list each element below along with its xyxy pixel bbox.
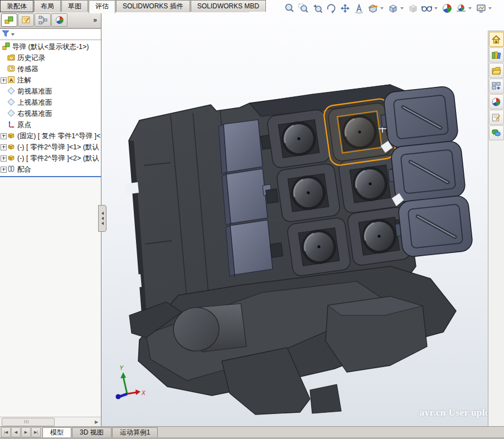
expand-icon[interactable] xyxy=(1,133,7,139)
expand-icon[interactable] xyxy=(1,155,7,162)
tab-evaluate[interactable]: 评估 xyxy=(89,0,115,13)
filter-funnel-icon[interactable] xyxy=(2,30,9,40)
solidworks-window: Y X ayr.cn User upload 装配体 布局 草图 评估 SOLI… xyxy=(0,0,504,439)
tree-item-mates[interactable]: 配合 xyxy=(0,164,101,175)
panel-tabs-overflow[interactable]: » xyxy=(90,16,100,24)
tree-item-origin[interactable]: 原点 xyxy=(0,119,101,130)
bottom-tab-bar: |◀ ◀ ▶ ▶| 模型 3D 视图 运动算例1 xyxy=(0,426,504,439)
feature-manager-tree-tab[interactable] xyxy=(1,13,17,27)
scrollbar-thumb[interactable] xyxy=(2,418,55,426)
command-manager-tabs: 装配体 布局 草图 评估 SOLIDWORKS 插件 SOLIDWORKS MB… xyxy=(0,0,250,12)
view-orientation-caret[interactable] xyxy=(400,7,404,9)
file-explorer-icon[interactable] xyxy=(489,63,504,78)
expand-icon[interactable] xyxy=(1,167,7,173)
part-icon xyxy=(7,143,15,152)
annotations-icon: A xyxy=(7,76,15,85)
view-orientation-icon[interactable] xyxy=(386,1,400,15)
tree-item-sensors[interactable]: 传感器 xyxy=(0,64,101,75)
design-library-icon[interactable] xyxy=(489,47,504,62)
rotate-view-icon[interactable] xyxy=(324,1,338,15)
tab-model[interactable]: 模型 xyxy=(42,427,71,438)
tree-item-right-plane[interactable]: 右视基准面 xyxy=(0,108,101,119)
property-manager-tab[interactable] xyxy=(18,13,34,27)
zoom-to-area-icon[interactable] xyxy=(296,1,310,15)
heads-up-toolbar xyxy=(282,1,494,16)
appearances-icon[interactable] xyxy=(489,94,504,109)
tree-item-part2-instance2[interactable]: (-) [ 零件2^导弹 ]<2> (默认 xyxy=(0,153,101,164)
graphics-area[interactable]: Y X ayr.cn User upload xyxy=(101,0,504,426)
expand-icon[interactable] xyxy=(1,77,7,84)
svg-text:X: X xyxy=(141,390,146,396)
tab-layout[interactable]: 布局 xyxy=(34,0,61,12)
part-icon xyxy=(7,154,15,163)
feature-tree: 导弹 (默认<显示状态-1>) 历史记录 传感器 A 注解 前视基准面 xyxy=(0,40,101,177)
tab-scroll-next-icon[interactable]: ▶ xyxy=(21,427,31,437)
display-manager-tab[interactable] xyxy=(51,13,67,27)
origin-icon xyxy=(7,120,15,130)
tab-scroll-last-icon[interactable]: ▶| xyxy=(31,427,41,437)
panel-empty-area xyxy=(0,177,101,417)
tab-scroll-prev-icon[interactable]: ◀ xyxy=(11,427,21,437)
tab-solidworks-addins[interactable]: SOLIDWORKS 插件 xyxy=(116,0,190,12)
configuration-manager-tab[interactable] xyxy=(35,13,51,27)
tree-item-annotations[interactable]: A 注解 xyxy=(0,75,101,86)
hide-show-items-caret[interactable] xyxy=(434,7,438,9)
pan-icon[interactable] xyxy=(338,1,352,15)
custom-properties-icon[interactable] xyxy=(489,110,504,125)
tree-item-front-plane[interactable]: 前视基准面 xyxy=(0,86,101,97)
tree-item-top-plane[interactable]: 上视基准面 xyxy=(0,97,101,108)
tab-scroll-buttons: |◀ ◀ ▶ ▶| xyxy=(1,427,41,437)
3d-drawing-view-icon[interactable] xyxy=(352,1,366,15)
edit-appearance-icon[interactable] xyxy=(440,1,454,15)
previous-view-icon[interactable] xyxy=(310,1,324,15)
scrollbar-right-arrow-icon[interactable]: ▶ xyxy=(93,418,100,425)
panel-horizontal-scrollbar[interactable]: ▶ xyxy=(0,417,101,426)
tab-assembly[interactable]: 装配体 xyxy=(0,0,33,12)
plane-icon xyxy=(7,87,15,96)
hide-show-items-icon[interactable] xyxy=(420,1,434,15)
sensors-icon xyxy=(7,65,15,74)
section-view-icon[interactable] xyxy=(366,1,380,15)
apply-scene-caret[interactable] xyxy=(468,7,472,9)
panel-tab-bar: » xyxy=(0,12,101,28)
mates-icon xyxy=(7,165,15,174)
task-pane xyxy=(488,31,504,426)
section-view-caret[interactable] xyxy=(380,7,384,9)
apply-scene-icon[interactable] xyxy=(454,1,468,15)
tab-motion-study-1[interactable]: 运动算例1 xyxy=(112,427,158,438)
feature-manager-panel: » 导弹 (默认<显示状态-1>) 历史记录 传感器 xyxy=(0,12,101,426)
expand-icon[interactable] xyxy=(1,144,7,150)
panel-collapse-handle[interactable] xyxy=(98,205,106,232)
filter-dropdown-caret[interactable] xyxy=(11,33,14,36)
view-settings-caret[interactable] xyxy=(488,7,492,9)
assembly-icon xyxy=(2,42,10,52)
reference-triad: Y X xyxy=(116,364,146,399)
plane-icon xyxy=(7,98,15,108)
forum-icon[interactable] xyxy=(489,125,504,140)
tab-scroll-first-icon[interactable]: |◀ xyxy=(1,427,11,437)
model-canvas: Y X xyxy=(101,0,504,426)
zoom-to-fit-icon[interactable] xyxy=(282,1,296,15)
tree-root-assembly[interactable]: 导弹 (默认<显示状态-1>) xyxy=(0,41,101,52)
display-style-icon[interactable] xyxy=(406,1,420,15)
home-icon[interactable] xyxy=(489,32,504,47)
missile-launcher-model[interactable]: Y X xyxy=(116,85,473,414)
tree-filter-row xyxy=(0,28,101,40)
plane-icon xyxy=(7,109,15,119)
svg-text:Y: Y xyxy=(119,364,124,371)
part-icon xyxy=(7,131,15,141)
view-settings-icon[interactable] xyxy=(474,1,488,15)
tab-3d-views[interactable]: 3D 视图 xyxy=(72,427,112,438)
view-palette-icon[interactable] xyxy=(489,79,504,94)
history-folder-icon xyxy=(7,53,15,63)
tab-solidworks-mbd[interactable]: SOLIDWORKS MBD xyxy=(191,0,266,12)
tree-item-part1-fixed[interactable]: (固定) [ 复件 零件1^导弹 ]< xyxy=(0,130,101,142)
tab-sketch[interactable]: 草图 xyxy=(61,0,88,12)
tree-item-history[interactable]: 历史记录 xyxy=(0,52,101,64)
svg-text:A: A xyxy=(9,77,13,82)
tree-item-part2-instance1[interactable]: (-) [ 零件2^导弹 ]<1> (默认 xyxy=(0,142,101,153)
